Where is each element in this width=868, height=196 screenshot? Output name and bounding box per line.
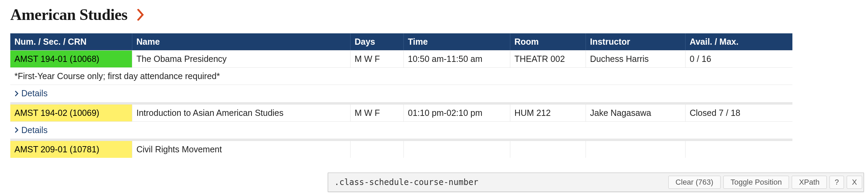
col-header-num[interactable]: Num. / Sec. / CRN <box>10 33 132 50</box>
table-row: AMST 194-01 (10068) The Obama Presidency… <box>10 50 792 67</box>
col-header-name[interactable]: Name <box>132 33 350 50</box>
chevron-right-icon <box>14 90 19 97</box>
cell-course-avail <box>686 141 792 158</box>
cell-course-number: AMST 194-02 (10069) <box>10 104 132 121</box>
cell-course-avail: 0 / 16 <box>686 50 792 67</box>
cell-course-name: Introduction to Asian American Studies <box>132 104 350 121</box>
cell-course-days: M W F <box>350 104 404 121</box>
cell-course-number: AMST 209-01 (10781) <box>10 141 132 158</box>
cell-course-instructor <box>586 141 686 158</box>
col-header-room[interactable]: Room <box>510 33 586 50</box>
cell-course-days: M W F <box>350 50 404 67</box>
cell-course-instructor: Jake Nagasawa <box>586 104 686 121</box>
col-header-days[interactable]: Days <box>350 33 404 50</box>
table-details-row: Details <box>10 85 792 102</box>
details-label: Details <box>21 88 47 98</box>
course-note: *First-Year Course only; first day atten… <box>10 67 792 85</box>
cell-course-room: THEATR 002 <box>510 50 586 67</box>
course-schedule-table: Num. / Sec. / CRN Name Days Time Room In… <box>10 33 792 158</box>
col-header-instructor[interactable]: Instructor <box>586 33 686 50</box>
col-header-avail[interactable]: Avail. / Max. <box>686 33 792 50</box>
page-title[interactable]: American Studies <box>10 6 127 24</box>
page-heading-row: American Studies <box>10 6 858 24</box>
table-note-row: *First-Year Course only; first day atten… <box>10 67 792 85</box>
table-header-row: Num. / Sec. / CRN Name Days Time Room In… <box>10 33 792 50</box>
table-row: AMST 209-01 (10781) Civil Rights Movemen… <box>10 141 792 158</box>
table-details-row: Details <box>10 121 792 139</box>
cell-course-avail: Closed 7 / 18 <box>686 104 792 121</box>
table-row: AMST 194-02 (10069) Introduction to Asia… <box>10 104 792 121</box>
col-header-time[interactable]: Time <box>404 33 510 50</box>
cell-course-time: 01:10 pm-02:10 pm <box>404 104 510 121</box>
cell-course-days <box>350 141 404 158</box>
cell-course-time <box>404 141 510 158</box>
chevron-right-icon[interactable] <box>137 9 145 21</box>
cell-course-name: Civil Rights Movement <box>132 141 350 158</box>
cell-course-time: 10:50 am-11:50 am <box>404 50 510 67</box>
details-toggle[interactable]: Details <box>14 125 47 135</box>
chevron-right-icon <box>14 127 19 133</box>
details-label: Details <box>21 125 47 135</box>
details-toggle[interactable]: Details <box>14 88 47 98</box>
cell-course-room: HUM 212 <box>510 104 586 121</box>
cell-course-name: The Obama Presidency <box>132 50 350 67</box>
cell-course-number: AMST 194-01 (10068) <box>10 50 132 67</box>
cell-course-room <box>510 141 586 158</box>
cell-course-instructor: Duchess Harris <box>586 50 686 67</box>
